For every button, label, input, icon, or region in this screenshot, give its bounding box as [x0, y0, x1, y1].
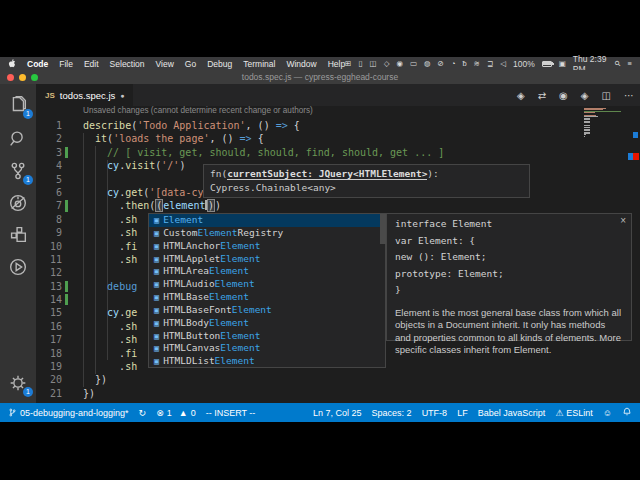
settings-gear-icon[interactable]: 1: [7, 372, 29, 394]
status-babel-javascript[interactable]: Babel JavaScript: [478, 408, 546, 418]
spotlight-icon[interactable]: ⚲: [613, 59, 622, 68]
line-number[interactable]: 18: [36, 347, 62, 360]
menu-item-window[interactable]: Window: [286, 59, 316, 69]
suggest-item-CustomElementRegistry[interactable]: ▣CustomElementRegistry: [149, 227, 385, 240]
suggest-item-HTMLButtonElement[interactable]: ▣HTMLButtonElement: [149, 330, 385, 343]
megaphone-icon[interactable]: ◍: [424, 60, 431, 68]
menu-item-terminal[interactable]: Terminal: [243, 59, 275, 69]
battery-icon[interactable]: [542, 61, 552, 67]
line-number[interactable]: 16: [36, 320, 62, 333]
suggest-item-HTMLBaseFontElement[interactable]: ▣HTMLBaseFontElement: [149, 304, 385, 317]
status-utf-8[interactable]: UTF-8: [422, 408, 448, 418]
suggest-item-HTMLCanvasElement[interactable]: ▣HTMLCanvasElement: [149, 342, 385, 355]
dnd-icon[interactable]: ⊘: [438, 60, 444, 68]
line-number[interactable]: 8: [36, 213, 62, 226]
line-number[interactable]: 7: [36, 199, 62, 212]
zoom-window-button[interactable]: [31, 74, 38, 81]
sync-button[interactable]: ↻: [139, 408, 147, 418]
airplay-icon[interactable]: ⊒: [487, 60, 493, 68]
code-line[interactable]: 2 it('loads the page', () => {: [36, 132, 640, 145]
suggest-item-HTMLAppletElement[interactable]: ▣HTMLAppletElement: [149, 253, 385, 266]
code-line[interactable]: 21}): [36, 387, 640, 400]
display-icon[interactable]: ▭: [410, 60, 417, 68]
menu-item-code[interactable]: Code: [27, 59, 48, 69]
volume-icon[interactable]: ◁: [500, 60, 506, 68]
suggest-item-HTMLBaseElement[interactable]: ▣HTMLBaseElement: [149, 291, 385, 304]
battery-vertical-icon[interactable]: ▯: [358, 60, 362, 68]
debug-icon[interactable]: [7, 192, 29, 214]
window-layout-icon[interactable]: ◫: [370, 60, 377, 68]
bluetooth-icon[interactable]: ƀ: [462, 60, 466, 68]
line-number[interactable]: 9: [36, 226, 62, 239]
line-number[interactable]: 14: [36, 293, 62, 306]
line-number[interactable]: 4: [36, 159, 62, 172]
search-icon[interactable]: [7, 128, 29, 150]
sync-arrows-icon[interactable]: ⇄: [538, 90, 546, 101]
extensions-icon[interactable]: [7, 224, 29, 246]
menu-item-debug[interactable]: Debug: [207, 59, 232, 69]
menu-item-help[interactable]: Help: [328, 59, 345, 69]
status-spaces-2[interactable]: Spaces: 2: [372, 408, 412, 418]
menu-item-edit[interactable]: Edit: [84, 59, 99, 69]
code-line[interactable]: 7 .then((element)): [36, 199, 640, 212]
input-source-icon[interactable]: ▣: [559, 60, 566, 68]
minimap[interactable]: [584, 108, 628, 137]
apple-menu-icon[interactable]: [8, 59, 16, 69]
format-selection-icon[interactable]: ◈: [581, 90, 589, 101]
suggest-item-HTMLDListElement[interactable]: ▣HTMLDListElement: [149, 355, 385, 368]
code-brackets-icon[interactable]: ◇: [384, 60, 390, 68]
line-number[interactable]: 11: [36, 253, 62, 266]
suggest-item-Element[interactable]: ▣Element: [149, 214, 385, 227]
clock-icon[interactable]: ◔: [451, 60, 456, 68]
suggest-item-HTMLAreaElement[interactable]: ▣HTMLAreaElement: [149, 265, 385, 278]
menu-item-view[interactable]: View: [156, 59, 174, 69]
bell-icon[interactable]: ◉: [396, 60, 403, 68]
codelens-annotation[interactable]: Unsaved changes (cannot determine recent…: [83, 106, 313, 115]
line-number[interactable]: 6: [36, 186, 62, 199]
problems-item[interactable]: ⊗1 ▲0: [156, 408, 196, 418]
line-number[interactable]: 13: [36, 280, 62, 293]
suggest-item-HTMLBodyElement[interactable]: ▣HTMLBodyElement: [149, 317, 385, 330]
close-window-button[interactable]: [7, 74, 14, 81]
suggest-item-HTMLAudioElement[interactable]: ▣HTMLAudioElement: [149, 278, 385, 291]
line-number[interactable]: 21: [36, 387, 62, 400]
preview-tool-icon[interactable]: [7, 256, 29, 278]
wifi-icon[interactable]: ≋: [474, 60, 480, 68]
code-line[interactable]: 20 }): [36, 373, 640, 386]
menu-item-file[interactable]: File: [59, 59, 73, 69]
line-number[interactable]: 15: [36, 306, 62, 319]
puzzle-icon[interactable]: ⊞: [345, 60, 351, 68]
line-number[interactable]: 2: [36, 132, 62, 145]
explorer-icon[interactable]: 1: [7, 94, 29, 116]
open-preview-icon[interactable]: ◉: [559, 90, 568, 101]
line-number[interactable]: 17: [36, 333, 62, 346]
status-ln-7-col-25[interactable]: Ln 7, Col 25: [313, 408, 362, 418]
code-line[interactable]: 1describe('Todo Application', () => {: [36, 119, 640, 132]
tab-todos-spec[interactable]: JS todos.spec.js ●: [36, 84, 133, 106]
autocomplete-dropdown[interactable]: ▣Element▣CustomElementRegistry▣HTMLAncho…: [148, 213, 386, 368]
line-number[interactable]: 20: [36, 373, 62, 386]
more-actions-icon[interactable]: ⋯: [624, 90, 634, 101]
menu-item-go[interactable]: Go: [185, 59, 196, 69]
line-number[interactable]: 19: [36, 360, 62, 373]
notifications-bell-icon[interactable]: [622, 407, 632, 419]
feedback-smiley-icon[interactable]: ☺: [603, 408, 612, 418]
status-lf[interactable]: LF: [457, 408, 468, 418]
menu-item-selection[interactable]: Selection: [110, 59, 145, 69]
format-icon[interactable]: ◈: [517, 90, 525, 101]
close-icon[interactable]: ×: [620, 215, 626, 226]
code-line[interactable]: 3 // [ visit, get, should, should, find,…: [36, 146, 640, 159]
source-control-icon[interactable]: 1: [7, 160, 29, 182]
minimize-window-button[interactable]: [19, 74, 26, 81]
line-number[interactable]: 12: [36, 266, 62, 279]
line-number[interactable]: 1: [36, 119, 62, 132]
git-branch-item[interactable]: 05-debugging-and-logging*: [8, 407, 129, 418]
eslint-status[interactable]: ⚠ESLint: [555, 408, 593, 418]
line-number[interactable]: 10: [36, 240, 62, 253]
split-editor-icon[interactable]: ◫: [602, 90, 611, 101]
line-number[interactable]: 5: [36, 173, 62, 186]
control-center-icon[interactable]: ≡: [628, 60, 632, 68]
suggest-item-HTMLAnchorElement[interactable]: ▣HTMLAnchorElement: [149, 240, 385, 253]
modified-dot-icon[interactable]: ●: [120, 92, 124, 99]
line-number[interactable]: 3: [36, 146, 62, 159]
